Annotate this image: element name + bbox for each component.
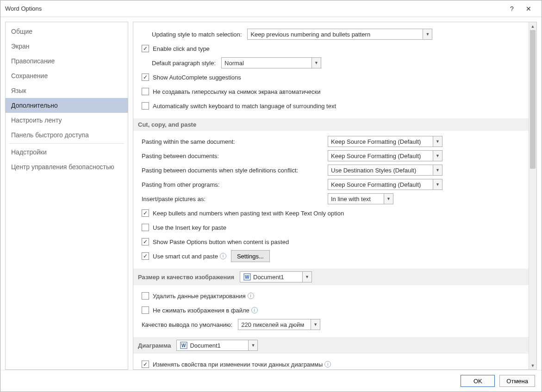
default-paragraph-select[interactable]: Normal ▼ [221, 57, 321, 68]
chart-change-props-checkbox[interactable] [142, 361, 149, 368]
enable-click-type-checkbox[interactable] [142, 45, 149, 52]
section-image-header-label: Размер и качество изображения [138, 274, 234, 281]
pasting-between-label: Pasting between documents: [142, 153, 322, 159]
show-paste-options-label: Show Paste Options button when content i… [153, 239, 289, 245]
word-document-icon: W [180, 341, 188, 349]
sidebar-item-language[interactable]: Язык [6, 83, 128, 98]
section-image-quality: Размер и качество изображения W Document… [133, 269, 529, 285]
info-icon[interactable] [220, 253, 226, 259]
dialog-footer: OK Отмена [0, 370, 542, 392]
chevron-down-icon: ▼ [423, 29, 432, 39]
cancel-button[interactable]: Отмена [499, 375, 535, 387]
sidebar-separator [9, 143, 124, 144]
chevron-down-icon: ▼ [302, 272, 311, 282]
auto-switch-keyboard-checkbox[interactable] [142, 102, 149, 110]
info-icon[interactable] [251, 307, 258, 313]
show-autocomplete-label: Show AutoComplete suggestions [153, 74, 241, 81]
pasting-between-select[interactable]: Keep Source Formatting (Default) ▼ [328, 150, 442, 161]
chevron-down-icon: ▼ [311, 319, 320, 330]
use-insert-key-checkbox[interactable] [142, 224, 149, 231]
pasting-between-value: Keep Source Formatting (Default) [331, 153, 421, 159]
dialog-body: Общие Экран Правописание Сохранение Язык… [0, 17, 542, 370]
pasting-conflict-value: Use Destination Styles (Default) [331, 167, 416, 174]
ok-button[interactable]: OK [461, 375, 495, 387]
section-cut-copy-paste: Cut, copy, and paste [133, 118, 529, 131]
sidebar-item-advanced[interactable]: Дополнительно [6, 98, 128, 113]
sidebar-item-customize-ribbon[interactable]: Настроить ленту [6, 113, 128, 128]
scroll-down-arrow-icon[interactable]: ▼ [529, 361, 536, 369]
default-paragraph-value: Normal [224, 60, 244, 67]
sidebar-item-proofing[interactable]: Правописание [6, 54, 128, 68]
chevron-down-icon: ▼ [433, 136, 442, 147]
content-scroll-area: Updating style to match selection: Keep … [133, 22, 529, 369]
update-style-label: Updating style to match selection: [152, 31, 242, 38]
sidebar-item-trust-center[interactable]: Центр управления безопасностью [6, 159, 128, 174]
image-quality-document-select[interactable]: W Document1 ▼ [240, 271, 312, 282]
output-quality-value: 220 пикселей на дюйм [241, 321, 304, 328]
titlebar: Word Options ? ✕ [0, 0, 542, 17]
update-style-select[interactable]: Keep previous numbering and bullets patt… [247, 29, 432, 40]
delete-edit-data-label: Удалить данные редактирования [153, 293, 246, 300]
insert-picture-value: In line with text [331, 196, 371, 202]
sidebar: Общие Экран Правописание Сохранение Язык… [5, 22, 128, 370]
keep-bullets-checkbox[interactable] [142, 209, 149, 217]
chart-document-value: Document1 [190, 342, 220, 349]
show-paste-options-checkbox[interactable] [142, 238, 149, 245]
smart-cut-paste-checkbox[interactable] [142, 252, 149, 260]
image-quality-document-value: Document1 [253, 274, 284, 281]
use-insert-key-label: Use the Insert key for paste [153, 224, 226, 231]
info-icon[interactable] [248, 293, 254, 299]
no-hyperlink-label: Не создавать гиперссылку на снимок экран… [153, 88, 321, 95]
default-paragraph-label: Default paragraph style: [152, 60, 216, 67]
help-button[interactable]: ? [504, 2, 520, 16]
chevron-down-icon: ▼ [311, 58, 321, 68]
chart-document-select[interactable]: W Document1 ▼ [176, 340, 258, 351]
keep-bullets-label: Keep bullets and numbers when pasting te… [153, 210, 344, 217]
svg-text:W: W [181, 343, 186, 348]
insert-picture-select[interactable]: In line with text ▼ [328, 193, 393, 204]
smart-cut-paste-label: Use smart cut and paste [153, 253, 218, 260]
pasting-other-label: Pasting from other programs: [142, 181, 322, 188]
word-options-dialog: Word Options ? ✕ Общие Экран Правописани… [0, 0, 542, 392]
no-compress-checkbox[interactable] [142, 306, 149, 314]
chevron-down-icon: ▼ [433, 179, 442, 190]
output-quality-select[interactable]: 220 пикселей на дюйм ▼ [238, 319, 320, 330]
no-hyperlink-checkbox[interactable] [142, 88, 149, 95]
pasting-same-label: Pasting within the same document: [142, 138, 322, 145]
sidebar-item-quick-access[interactable]: Панель быстрого доступа [6, 128, 128, 142]
close-button[interactable]: ✕ [520, 2, 537, 16]
sidebar-item-save[interactable]: Сохранение [6, 68, 128, 83]
svg-text:W: W [245, 275, 249, 280]
output-quality-label: Качество вывода по умолчанию: [142, 321, 232, 328]
pasting-conflict-select[interactable]: Use Destination Styles (Default) ▼ [328, 165, 442, 176]
chevron-down-icon: ▼ [433, 165, 442, 175]
window-title: Word Options [5, 5, 504, 12]
chevron-down-icon: ▼ [248, 340, 257, 350]
pasting-same-select[interactable]: Keep Source Formatting (Default) ▼ [328, 136, 442, 147]
auto-switch-keyboard-label: Automatically switch keyboard to match l… [153, 103, 336, 110]
info-icon[interactable] [324, 361, 331, 368]
scroll-up-arrow-icon[interactable]: ▲ [529, 22, 536, 30]
sidebar-item-general[interactable]: Общие [6, 24, 128, 39]
chart-change-props-label: Изменять свойства при изменении точки да… [153, 361, 323, 368]
vertical-scrollbar[interactable]: ▲ ▼ [529, 22, 536, 369]
smart-cut-settings-button[interactable]: Settings... [231, 250, 270, 262]
content-panel: Updating style to match selection: Keep … [133, 22, 537, 370]
section-cut-header-label: Cut, copy, and paste [138, 121, 196, 128]
no-compress-label: Не сжимать изображения в файле [153, 307, 249, 314]
enable-click-type-label: Enable click and type [153, 45, 210, 52]
chevron-down-icon: ▼ [433, 151, 442, 161]
pasting-conflict-label: Pasting between documents when style def… [142, 167, 322, 174]
scroll-thumb[interactable] [530, 30, 536, 169]
pasting-other-value: Keep Source Formatting (Default) [331, 181, 421, 188]
pasting-other-select[interactable]: Keep Source Formatting (Default) ▼ [328, 179, 442, 190]
section-chart: Диаграмма W Document1 ▼ [133, 337, 529, 354]
sidebar-item-addins[interactable]: Надстройки [6, 145, 128, 159]
update-style-value: Keep previous numbering and bullets patt… [250, 31, 370, 38]
pasting-same-value: Keep Source Formatting (Default) [331, 138, 421, 145]
show-autocomplete-checkbox[interactable] [142, 74, 149, 81]
sidebar-item-display[interactable]: Экран [6, 39, 128, 54]
word-document-icon: W [243, 273, 251, 281]
insert-picture-label: Insert/paste pictures as: [142, 196, 322, 202]
delete-edit-data-checkbox[interactable] [142, 292, 149, 300]
